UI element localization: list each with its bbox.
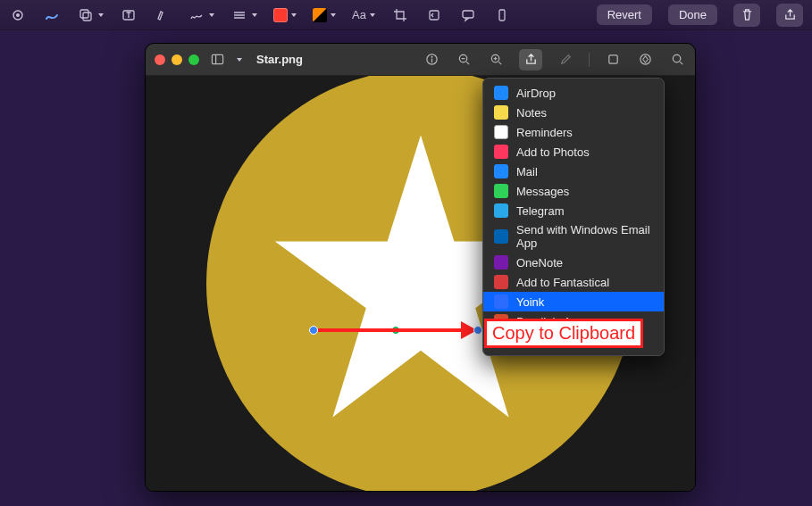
share-menu-item-label: OneNote xyxy=(516,256,563,270)
zoom-in-icon[interactable] xyxy=(487,51,505,69)
share-menu-item[interactable]: Notes xyxy=(483,103,664,122)
share-menu-item-label: Messages xyxy=(516,185,569,198)
revert-button[interactable]: Revert xyxy=(597,4,652,25)
share-button[interactable] xyxy=(776,4,803,27)
done-button[interactable]: Done xyxy=(668,4,717,25)
share-menu-item[interactable]: Add to Photos xyxy=(483,142,664,162)
chevron-down-icon[interactable] xyxy=(98,13,104,17)
window-controls xyxy=(155,54,199,65)
rotate-icon[interactable] xyxy=(425,6,443,24)
app-icon xyxy=(494,275,508,289)
chevron-down-icon[interactable] xyxy=(237,58,242,62)
share-menu-item[interactable]: Reminders xyxy=(483,122,664,142)
share-menu-item-label: Mail xyxy=(516,165,538,178)
app-icon xyxy=(494,229,508,244)
search-icon[interactable] xyxy=(668,51,686,69)
app-icon xyxy=(494,184,508,198)
zoom-window-button[interactable] xyxy=(188,54,199,65)
app-icon xyxy=(494,125,508,139)
share-menu-item-label: Notes xyxy=(516,106,547,120)
share-menu-item[interactable]: Send with Windows Email App xyxy=(483,220,664,253)
app-icon xyxy=(494,255,508,270)
app-icon xyxy=(494,145,508,159)
info-icon[interactable] xyxy=(423,51,440,69)
share-menu-item-label: Send with Windows Email App xyxy=(516,223,653,250)
share-menu-item[interactable]: OneNote xyxy=(483,253,664,272)
svg-point-16 xyxy=(673,54,680,62)
rotate-left-icon[interactable] xyxy=(604,51,622,69)
highlight-icon[interactable] xyxy=(154,6,172,24)
text-style-button[interactable]: Aa xyxy=(352,8,366,21)
annotation-arrow-line[interactable] xyxy=(318,328,463,332)
share-menu-item[interactable]: AirDrop xyxy=(483,83,664,103)
separator xyxy=(589,53,590,67)
svg-rect-14 xyxy=(608,55,616,63)
share-menu-item[interactable]: Add to Fantastical xyxy=(483,272,664,292)
markup-toggle-icon[interactable] xyxy=(636,51,654,69)
share-menu: AirDropNotesRemindersAdd to PhotosMailMe… xyxy=(482,78,665,356)
svg-point-11 xyxy=(431,56,432,58)
preview-titlebar: Star.png xyxy=(146,44,695,76)
share-menu-item-label: Add to Photos xyxy=(516,145,590,159)
titlebar-share-icon[interactable] xyxy=(519,49,542,71)
svg-rect-2 xyxy=(80,10,88,18)
share-menu-item-label: Add to Fantastical xyxy=(516,276,609,289)
share-menu-item[interactable]: Yoink xyxy=(483,292,664,311)
app-icon xyxy=(494,203,508,218)
app-icon xyxy=(494,164,508,178)
record-icon[interactable] xyxy=(9,6,27,24)
crop-icon[interactable] xyxy=(391,6,409,24)
text-icon[interactable] xyxy=(120,6,138,24)
trash-button[interactable] xyxy=(733,4,760,27)
shapes-icon[interactable] xyxy=(77,6,95,24)
chevron-down-icon[interactable] xyxy=(291,13,297,17)
app-icon xyxy=(494,105,508,120)
chevron-down-icon[interactable] xyxy=(252,13,257,17)
svg-rect-3 xyxy=(83,12,91,21)
share-menu-item-label: Telegram xyxy=(516,204,564,218)
svg-point-1 xyxy=(16,13,20,17)
share-menu-item-label: AirDrop xyxy=(516,87,556,100)
sign-icon[interactable] xyxy=(188,6,205,24)
selection-handle-right[interactable] xyxy=(473,326,482,335)
share-menu-item-label: Yoink xyxy=(516,295,544,309)
chevron-down-icon[interactable] xyxy=(331,13,336,17)
svg-rect-7 xyxy=(499,10,505,21)
svg-rect-8 xyxy=(212,54,222,63)
minimize-window-button[interactable] xyxy=(172,54,182,65)
window-title: Star.png xyxy=(256,53,303,66)
app-icon xyxy=(494,294,508,309)
close-window-button[interactable] xyxy=(155,54,165,65)
line-weight-icon[interactable] xyxy=(230,6,248,24)
sketch-icon[interactable] xyxy=(43,6,61,24)
fill-color-swatch[interactable] xyxy=(313,8,327,22)
speech-bubble-icon[interactable] xyxy=(459,6,477,24)
share-menu-item[interactable]: Messages xyxy=(483,181,664,201)
stroke-color-swatch[interactable] xyxy=(273,8,288,22)
chevron-down-icon[interactable] xyxy=(370,13,375,17)
share-menu-item[interactable]: Mail xyxy=(483,162,664,181)
svg-rect-6 xyxy=(463,11,473,18)
app-icon xyxy=(494,86,508,100)
sidebar-toggle-icon[interactable] xyxy=(208,51,226,69)
share-menu-item[interactable]: Telegram xyxy=(483,201,664,220)
markup-toolbar: Aa Revert Done xyxy=(0,0,812,30)
markup-pencil-icon[interactable] xyxy=(557,51,574,69)
selection-handle-left[interactable] xyxy=(309,326,318,335)
zoom-out-icon[interactable] xyxy=(455,51,473,69)
device-icon[interactable] xyxy=(493,6,511,24)
copy-to-clipboard-callout: Copy to Clipboard xyxy=(484,319,643,348)
chevron-down-icon[interactable] xyxy=(209,13,214,17)
share-menu-item-label: Reminders xyxy=(516,126,573,139)
